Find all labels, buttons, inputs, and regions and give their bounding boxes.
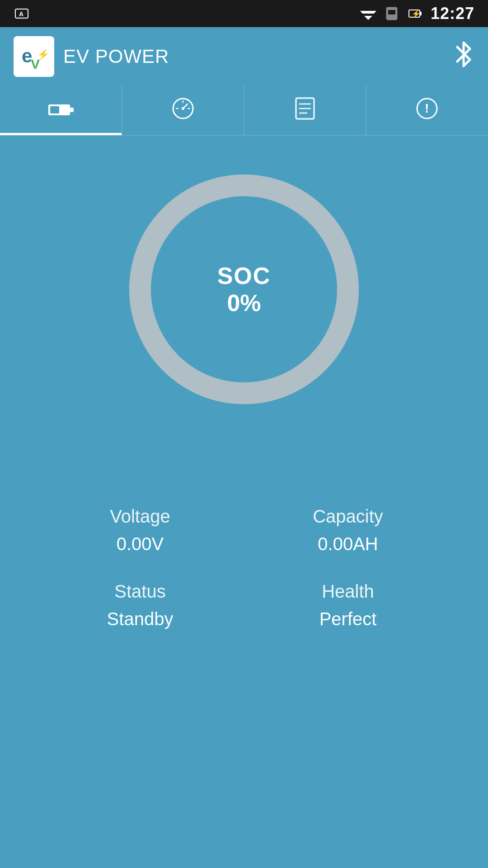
sim-icon: [384, 5, 400, 22]
voltage-value: 0.00V: [117, 534, 164, 554]
status-bar: A ⚡ 12:27: [0, 0, 488, 27]
capacity-value: 0.00AH: [318, 534, 378, 554]
tab-bar: !: [0, 86, 488, 136]
app-logo: e V ⚡: [14, 36, 54, 77]
svg-line-19: [183, 104, 188, 108]
soc-text: SOC 0%: [217, 262, 271, 316]
status-time: 12:27: [431, 4, 474, 23]
tab-info[interactable]: !: [366, 86, 488, 135]
app-bar-left: e V ⚡ EV POWER: [14, 36, 169, 77]
soc-value: 0%: [227, 289, 261, 316]
battery-tab-icon: [48, 99, 74, 122]
svg-text:⚡: ⚡: [37, 48, 50, 61]
svg-rect-6: [388, 10, 395, 14]
stats-grid: Voltage 0.00V Capacity 0.00AH Status Sta…: [0, 506, 488, 629]
svg-rect-16: [50, 106, 59, 113]
info-tab-icon: !: [415, 97, 439, 125]
status-bar-left-icons: A: [14, 5, 30, 22]
soc-container: SOC 0%: [127, 172, 361, 407]
soc-label: SOC: [217, 262, 271, 289]
svg-rect-15: [70, 108, 74, 112]
health-value: Perfect: [319, 609, 377, 629]
tab-gauge[interactable]: [122, 86, 244, 135]
log-tab-icon: [295, 97, 315, 125]
tab-battery[interactable]: [0, 86, 122, 135]
bluetooth-icon[interactable]: [453, 41, 474, 73]
wifi-icon: [360, 5, 376, 22]
app-title: EV POWER: [63, 46, 169, 67]
svg-text:A: A: [19, 10, 23, 18]
keyboard-icon: A: [14, 5, 30, 22]
main-content: SOC 0% Voltage 0.00V Capacity 0.00AH Sta…: [0, 136, 488, 868]
gauge-tab-icon: [171, 97, 195, 125]
capacity-label: Capacity: [313, 506, 383, 527]
capacity-cell: Capacity 0.00AH: [244, 506, 452, 554]
health-label: Health: [322, 581, 374, 602]
app-bar: e V ⚡ EV POWER: [0, 27, 488, 86]
svg-text:⚡: ⚡: [412, 9, 421, 18]
health-cell: Health Perfect: [244, 581, 452, 629]
voltage-cell: Voltage 0.00V: [36, 506, 244, 554]
status-cell: Status Standby: [36, 581, 244, 629]
status-label: Status: [114, 581, 165, 602]
tab-log[interactable]: [244, 86, 366, 135]
status-value: Standby: [107, 609, 174, 629]
battery-charging-icon: ⚡: [407, 5, 423, 22]
voltage-label: Voltage: [110, 506, 170, 527]
svg-marker-4: [364, 16, 372, 20]
svg-text:!: !: [425, 101, 429, 115]
